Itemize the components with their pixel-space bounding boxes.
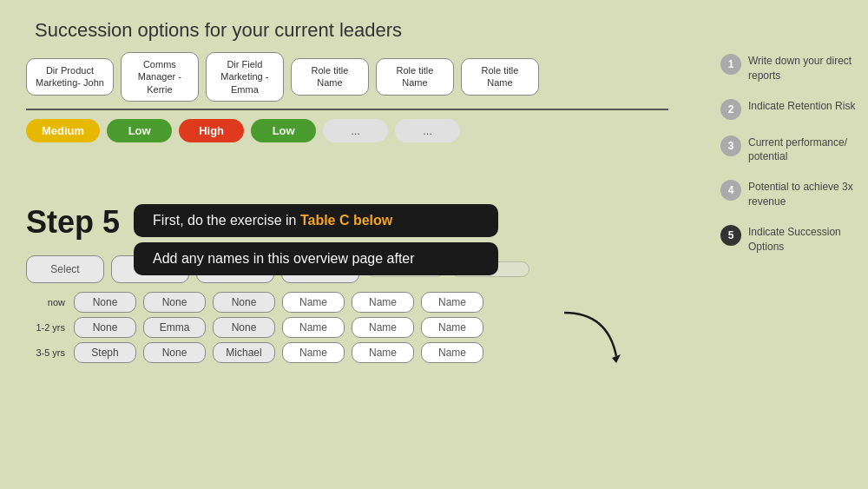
role-card-1: CommsManager -Kerrie: [121, 52, 199, 102]
name-badge-35-1: None: [143, 342, 206, 363]
role-card-3: Role titleName: [291, 58, 369, 96]
risk-badge-dots-1: ...: [323, 119, 388, 142]
name-badge-35-0: Steph: [74, 342, 136, 363]
role-cards-row: Dir ProductMarketing- John CommsManager …: [17, 52, 851, 102]
step5-container: Step 5 First, do the exercise in Table C…: [17, 204, 498, 275]
main-area: Dir ProductMarketing- John CommsManager …: [17, 52, 851, 472]
name-badge-12-4: Name: [352, 317, 414, 338]
name-badge-12-2: None: [213, 317, 275, 338]
risk-badge-low-2: Low: [251, 119, 316, 142]
name-badge-now-4: Name: [352, 292, 414, 313]
name-badge-35-2: Michael: [213, 342, 275, 363]
time-label-1-2: 1-2 yrs: [26, 322, 65, 333]
name-badge-now-3: Name: [282, 292, 345, 313]
name-badge-12-0: None: [74, 317, 136, 338]
role-card-5: Role titleName: [461, 58, 539, 96]
name-badge-now-1: None: [143, 292, 206, 313]
name-badge-35-5: Name: [421, 342, 483, 363]
name-badge-now-5: Name: [421, 292, 483, 313]
arrow-icon: [538, 295, 642, 373]
step5-tooltips: First, do the exercise in Table C below …: [134, 204, 498, 275]
name-badge-35-3: Name: [282, 342, 345, 363]
time-section: now None None None Name Name Name 1-2 yr…: [17, 292, 851, 363]
risk-row: Medium Low High Low ... ...: [17, 119, 851, 142]
step5-label: Step 5: [17, 204, 120, 241]
name-badge-now-2: None: [213, 292, 275, 313]
name-badge-12-3: Name: [282, 317, 345, 338]
time-row-1-2: 1-2 yrs None Emma None Name Name Name: [26, 317, 851, 338]
risk-badge-dots-2: ...: [395, 119, 460, 142]
tooltip-box-1: First, do the exercise in Table C below: [134, 204, 498, 237]
name-badge-12-1: Emma: [143, 317, 206, 338]
risk-badge-high: High: [179, 119, 244, 142]
time-label-now: now: [26, 297, 65, 307]
risk-badge-medium: Medium: [26, 119, 100, 142]
page-title: Succession options for your current lead…: [35, 19, 402, 42]
tooltip-box-2: Add any names in this overview page afte…: [134, 242, 498, 275]
section-divider: [26, 109, 668, 110]
role-card-2: Dir FieldMarketing -Emma: [206, 52, 284, 102]
role-card-4: Role titleName: [376, 58, 454, 96]
tooltip-highlight: Table C below: [300, 213, 392, 228]
time-row-now: now None None None Name Name Name: [26, 292, 851, 313]
time-row-3-5: 3-5 yrs Steph None Michael Name Name Nam…: [26, 342, 851, 363]
name-badge-12-5: Name: [421, 317, 483, 338]
time-label-3-5: 3-5 yrs: [26, 347, 65, 358]
name-badge-now-0: None: [74, 292, 136, 313]
role-card-0: Dir ProductMarketing- John: [26, 58, 114, 96]
risk-badge-low-1: Low: [107, 119, 172, 142]
name-badge-35-4: Name: [352, 342, 414, 363]
